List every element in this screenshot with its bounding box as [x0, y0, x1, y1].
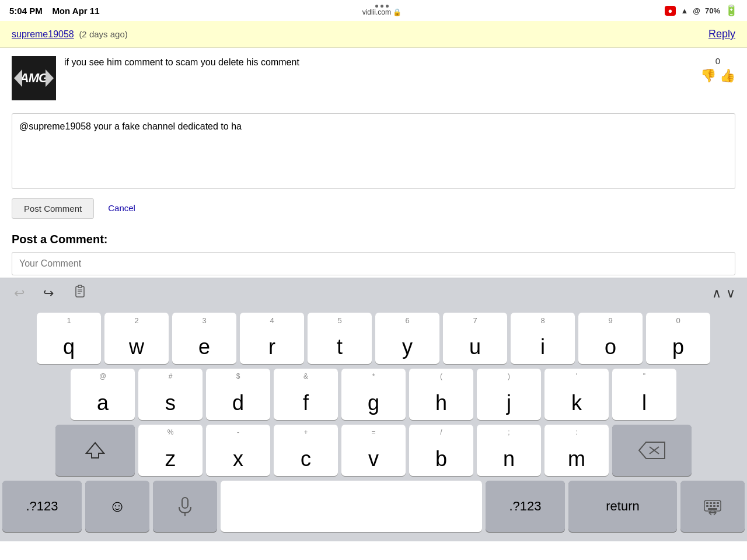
- key-b[interactable]: /b: [409, 425, 473, 476]
- key-k[interactable]: 'k: [544, 369, 609, 420]
- clipboard-icon: [72, 284, 88, 299]
- status-bar: 5:04 PM Mon Apr 11 vidlii.com 🔒 ● ▲ @ 70…: [0, 0, 747, 21]
- key-num-q: 1: [67, 316, 71, 325]
- comment-header: supreme19058 (2 days ago) Reply: [0, 21, 747, 48]
- url-bar[interactable]: vidlii.com 🔒: [362, 8, 402, 16]
- post-comment-button[interactable]: Post Comment: [12, 198, 94, 219]
- key-num-t: 5: [337, 316, 341, 325]
- keyboard-row-3: %z-x+c=v/b;n:m: [2, 425, 745, 476]
- svg-rect-17: [713, 505, 715, 507]
- key-u[interactable]: 7u: [443, 313, 507, 364]
- key-j[interactable]: )j: [477, 369, 541, 420]
- cancel-button[interactable]: Cancel: [101, 198, 142, 219]
- shift-icon: [85, 440, 105, 460]
- paste-button[interactable]: [70, 282, 90, 305]
- key-e[interactable]: 3e: [172, 313, 236, 364]
- key-num-r: 4: [270, 316, 274, 325]
- comment-header-left: supreme19058 (2 days ago): [12, 29, 128, 40]
- redo-button[interactable]: ↪: [41, 284, 56, 303]
- key-num-y: 6: [405, 316, 409, 325]
- num123-left-key[interactable]: .?123: [2, 481, 82, 532]
- key-sym-m: :: [575, 428, 577, 436]
- downvote-button[interactable]: 👎: [700, 68, 716, 83]
- key-sym-c: +: [303, 428, 308, 436]
- key-z[interactable]: %z: [138, 425, 203, 476]
- recording-indicator: ●: [665, 6, 676, 16]
- undo-button[interactable]: ↩: [12, 284, 27, 303]
- mic-icon: [177, 496, 193, 516]
- avatar: AMG: [12, 56, 56, 100]
- shift-key[interactable]: [55, 425, 135, 476]
- status-bar-center: vidlii.com 🔒: [362, 5, 402, 16]
- svg-rect-1: [78, 285, 82, 288]
- key-sym-f: &: [303, 372, 308, 380]
- keyboard-toolbar: ↩ ↪ ∧ ∨: [0, 278, 747, 308]
- nav-up-button[interactable]: ∧: [712, 286, 721, 301]
- key-sym-x: -: [237, 428, 239, 436]
- post-comment-section: Post a Comment:: [0, 228, 747, 278]
- key-v[interactable]: =v: [341, 425, 406, 476]
- mic-key[interactable]: [153, 481, 217, 532]
- key-y[interactable]: 6y: [375, 313, 439, 364]
- key-sym-l: ": [643, 372, 645, 380]
- comment-text: if you see him comment to scam you delet…: [64, 56, 692, 69]
- key-num-o: 9: [608, 316, 612, 325]
- comment-body: AMG if you see him comment to scam you d…: [0, 48, 747, 108]
- svg-marker-5: [86, 443, 104, 458]
- dot2: [381, 5, 383, 8]
- key-t[interactable]: 5t: [308, 313, 372, 364]
- key-n[interactable]: ;n: [477, 425, 541, 476]
- key-m[interactable]: :m: [544, 425, 609, 476]
- key-i[interactable]: 8i: [511, 313, 575, 364]
- status-indicators: ● ▲ @ 70% 🔋: [665, 4, 738, 17]
- comment-time: (2 days ago): [76, 29, 128, 39]
- hide-keyboard-key[interactable]: [680, 481, 745, 532]
- svg-rect-14: [717, 502, 719, 504]
- keyboard-row-1: 1q2w3e4r5t6y7u8i9o0p: [2, 313, 745, 364]
- avatar-wing-right: [46, 69, 54, 87]
- key-p[interactable]: 0p: [646, 313, 710, 364]
- emoji-key[interactable]: ☺: [85, 481, 149, 532]
- return-key[interactable]: return: [568, 481, 677, 532]
- key-c[interactable]: +c: [274, 425, 338, 476]
- vote-count: 0: [715, 56, 720, 66]
- key-w[interactable]: 2w: [104, 313, 169, 364]
- avatar-logo: AMG: [20, 71, 48, 86]
- keyboard-row-4: .?123☺ .?123return: [2, 481, 745, 532]
- your-comment-input[interactable]: [12, 252, 735, 275]
- key-o[interactable]: 9o: [578, 313, 643, 364]
- key-sym-n: ;: [508, 428, 509, 436]
- key-d[interactable]: $d: [206, 369, 270, 420]
- num123-right-key[interactable]: .?123: [486, 481, 565, 532]
- reply-textarea[interactable]: @supreme19058 your a fake channel dedica…: [12, 113, 735, 189]
- svg-rect-12: [710, 502, 712, 504]
- key-f[interactable]: &f: [274, 369, 338, 420]
- space-key[interactable]: [221, 481, 482, 532]
- key-s[interactable]: #s: [138, 369, 203, 420]
- delete-key[interactable]: [612, 425, 692, 476]
- key-num-w: 2: [134, 316, 138, 325]
- reply-link[interactable]: Reply: [708, 28, 735, 40]
- nav-down-button[interactable]: ∨: [726, 286, 735, 301]
- commenter-username[interactable]: supreme19058: [12, 29, 74, 39]
- key-h[interactable]: (h: [409, 369, 473, 420]
- key-num-i: 8: [540, 316, 544, 325]
- key-sym-z: %: [167, 428, 174, 436]
- key-sym-g: *: [372, 372, 375, 380]
- signal-icon: @: [693, 6, 700, 15]
- key-q[interactable]: 1q: [37, 313, 101, 364]
- status-date: Mon Apr 11: [52, 6, 99, 16]
- dot3: [386, 5, 389, 8]
- key-r[interactable]: 4r: [240, 313, 304, 364]
- upvote-button[interactable]: 👍: [720, 68, 735, 83]
- key-l[interactable]: "l: [612, 369, 676, 420]
- dot1: [375, 5, 378, 8]
- svg-rect-8: [182, 498, 188, 508]
- key-g[interactable]: *g: [341, 369, 406, 420]
- battery-icon: 70%: [705, 6, 720, 15]
- key-sym-j: ): [508, 372, 510, 380]
- key-x[interactable]: -x: [206, 425, 270, 476]
- key-a[interactable]: @a: [71, 369, 135, 420]
- vote-area: 0 👎 👍: [700, 56, 735, 83]
- key-sym-v: =: [371, 428, 375, 436]
